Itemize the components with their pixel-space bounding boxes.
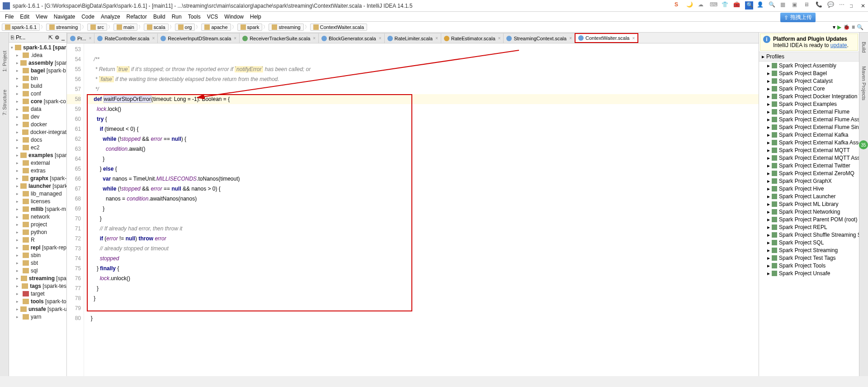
tree-node[interactable]: ▸dev [9,113,66,120]
menu-refactor[interactable]: Refactor [123,14,150,20]
menu-tools[interactable]: Tools [185,14,204,20]
code-line[interactable] [88,44,759,54]
code-line[interactable]: } [88,204,759,214]
keyboard-icon[interactable]: ⌨ [710,1,718,10]
maven-project-item[interactable]: ▸ Spark Project External Twitter [759,162,859,169]
maven-project-item[interactable]: ▸ Spark Project Tools [759,262,859,269]
tree-node[interactable]: ▸unsafe [spark-u [9,305,66,313]
tree-node[interactable]: ▸target [9,290,66,297]
maven-project-item[interactable]: ▸ Spark Project Streaming [759,246,859,254]
editor-tab[interactable]: ReceiverInputDStream.scala× [157,33,240,43]
upload-badge[interactable]: ⇪ 拖拽上传 [780,13,816,22]
tree-node[interactable]: ▸sql [9,267,66,274]
editor-tab[interactable]: StreamingContext.scala× [503,33,575,43]
code-line[interactable]: // If already had error, then throw it [88,224,759,234]
code-line[interactable]: * Return `true` if it's stopped; or thro… [88,64,759,74]
maven-project-item[interactable]: ▸ Spark Project Hive [759,185,859,192]
maven-project-item[interactable]: ▸ Spark Project Test Tags [759,254,859,262]
tree-node[interactable]: ▸python [9,228,66,236]
code-line[interactable] [88,303,759,313]
menu-help[interactable]: Help [247,14,264,20]
update-link[interactable]: update [830,42,847,48]
close-tab-icon[interactable]: × [498,36,501,41]
tree-node[interactable]: ▸examples [spar [9,151,66,159]
close-tab-icon[interactable]: × [152,36,155,41]
tree-node[interactable]: ▸external [9,159,66,167]
code-line[interactable]: try { [88,114,759,124]
breadcrumb-item[interactable]: main [113,24,137,31]
code-line[interactable]: } else { [88,164,759,174]
code-line[interactable]: stopped [88,253,759,263]
maven-project-item[interactable]: ▸ Spark Project External ZeroMQ [759,169,859,177]
user-icon[interactable]: 👤 [757,1,765,10]
close-tab-icon[interactable]: × [379,36,382,41]
menu-window[interactable]: Window [221,14,247,20]
profiles-header[interactable]: ▸ Profiles [759,52,859,62]
breadcrumb-item[interactable]: scala [144,24,169,31]
tree-node[interactable]: ▸launcher [spark [9,182,66,190]
run-config-icon[interactable]: ▾ [833,24,835,30]
tree-node[interactable]: ▸sbin [9,251,66,259]
maven-project-item[interactable]: ▸ Spark Project Examples [759,100,859,108]
close-tab-icon[interactable]: × [313,36,316,41]
ime-icon[interactable]: S [675,1,683,10]
code-line[interactable]: } [88,214,759,224]
breadcrumb-item[interactable]: apache [201,24,231,31]
code-line[interactable]: if (timeout < 0) { [88,124,759,134]
menu-run[interactable]: Run [169,14,185,20]
code-line[interactable]: * `false` if the waiting time detectably… [88,74,759,84]
tree-node[interactable]: ▸bagel [spark-b [9,67,66,74]
project-root[interactable]: ▾spark-1.6.1 [spark] [9,43,66,51]
tree-node[interactable]: ▸docker [9,120,66,128]
maven-project-item[interactable]: ▸ Spark Project Unsafe [759,269,859,277]
hide-icon[interactable]: ⎯ [61,34,65,41]
tree-node[interactable]: ▸sbt [9,259,66,267]
zoom-icon[interactable]: 🔍 [769,1,777,10]
maven-project-item[interactable]: ▸ Spark Project Networking [759,208,859,215]
tree-node[interactable]: ▸data [9,105,66,113]
code-line[interactable]: if (error != null) throw error [88,234,759,244]
tree-node[interactable]: ▸bin [9,74,66,82]
editor-tab[interactable]: RateEstimator.scala× [441,33,504,43]
maven-project-item[interactable]: ▸ Spark Project Core [759,85,859,92]
tree-node[interactable]: ▸project [9,220,66,228]
maven-project-item[interactable]: ▸ Spark Project External Kafka [759,131,859,139]
tree-node[interactable]: ▸tools [spark-to [9,297,66,305]
breadcrumb-item[interactable]: streaming [269,24,303,31]
toolwindow-tab[interactable]: Maven Projects [861,66,867,100]
maven-project-item[interactable]: ▸ Spark Project Launcher [759,192,859,200]
maven-project-item[interactable]: ▸ Spark Project SQL [759,239,859,246]
tree-node[interactable]: ▸.idea [9,51,66,59]
tree-node[interactable]: ▸extras [9,167,66,174]
more-icon[interactable]: ⋯ [839,1,847,10]
project-dropdown-icon[interactable]: ⎘ [11,34,14,41]
close-tab-icon[interactable]: × [569,36,572,41]
tree-node[interactable]: ▸docs [9,136,66,143]
close-button[interactable]: ✕ [861,3,865,9]
search-blue-icon[interactable]: 🔍 [745,1,753,10]
menu-edit[interactable]: Edit [17,14,33,20]
maven-project-list[interactable]: ▸ Profiles ▸ Spark Project Assembly▸ Spa… [759,52,859,376]
breadcrumb-item[interactable]: src [87,24,107,31]
maven-project-item[interactable]: ▸ Spark Project REPL [759,223,859,231]
maven-project-item[interactable]: ▸ Spark Project Catalyst [759,77,859,85]
tree-node[interactable]: ▸tags [spark-tes [9,282,66,290]
layers-icon[interactable]: ▣ [792,1,800,10]
tree-node[interactable]: ▸ec2 [9,143,66,151]
tree-node[interactable]: ▸licenses [9,197,66,205]
list-icon[interactable]: ≡ [852,24,855,30]
code-line[interactable]: } [88,154,759,164]
code-line[interactable]: lock.lock() [88,104,759,114]
menu-code[interactable]: Code [78,14,98,20]
menu-build[interactable]: Build [150,14,169,20]
maven-project-item[interactable]: ▸ Spark Project Shuffle Streaming Servic… [759,231,859,239]
code-line[interactable]: condition.await() [88,144,759,154]
tree-node[interactable]: ▸assembly [spar [9,59,66,67]
collapse-icon[interactable]: ⇱ [48,34,53,41]
code-line[interactable]: nanos = condition.awaitNanos(nanos) [88,194,759,204]
tree-node[interactable]: ▸network [9,213,66,220]
project-tree[interactable]: ▾spark-1.6.1 [spark]▸.idea▸assembly [spa… [9,43,66,376]
editor-tab[interactable]: RateLimiter.scala× [384,33,441,43]
tree-node[interactable]: ▸graphx [spark- [9,174,66,182]
update-notification[interactable]: i Platform and Plugin Updates IntelliJ I… [760,33,858,51]
